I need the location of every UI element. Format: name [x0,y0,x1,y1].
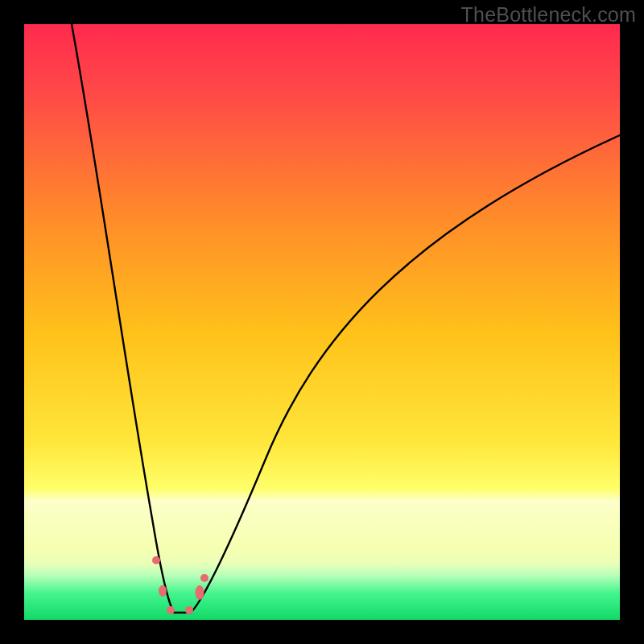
dot [185,606,193,614]
dot [167,606,175,614]
dot [196,585,204,600]
dot [159,585,167,597]
gradient-background [24,24,620,620]
dot [200,574,208,582]
plot-area [24,24,620,620]
chart-frame: TheBottleneck.com [0,0,644,644]
chart-svg [24,24,620,620]
watermark-text: TheBottleneck.com [461,3,636,27]
dot [152,556,160,564]
